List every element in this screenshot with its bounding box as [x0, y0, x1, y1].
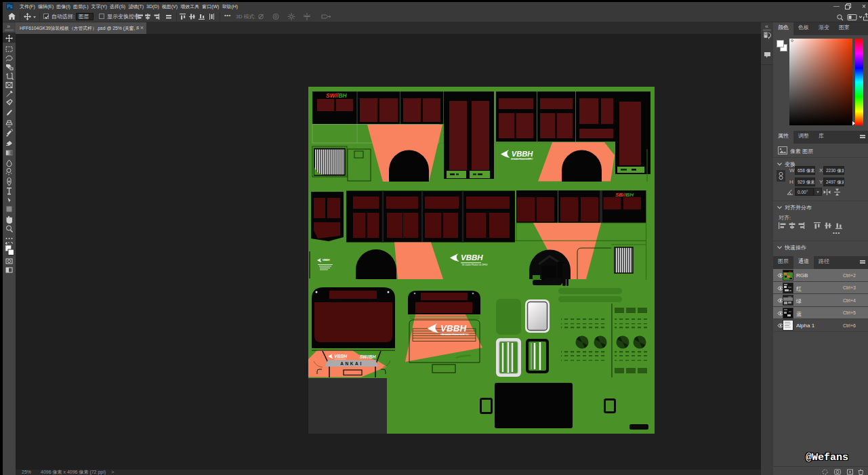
svg-text:SW//BH: SW//BH [360, 354, 376, 359]
svg-text:SB//BH: SB//BH [615, 192, 634, 198]
svg-text:Ihr starker Partner im ÖPNV: Ihr starker Partner im ÖPNV [442, 333, 470, 336]
svg-text:VBBH: VBBH [323, 259, 330, 262]
svg-text:Ihr starker Partner im ÖPNV: Ihr starker Partner im ÖPNV [511, 158, 533, 161]
svg-text:Ihr starker Partner im ÖPNV: Ihr starker Partner im ÖPNV [462, 264, 489, 266]
svg-text:ANKAI: ANKAI [340, 361, 363, 366]
svg-text:SW//BH: SW//BH [326, 92, 348, 99]
